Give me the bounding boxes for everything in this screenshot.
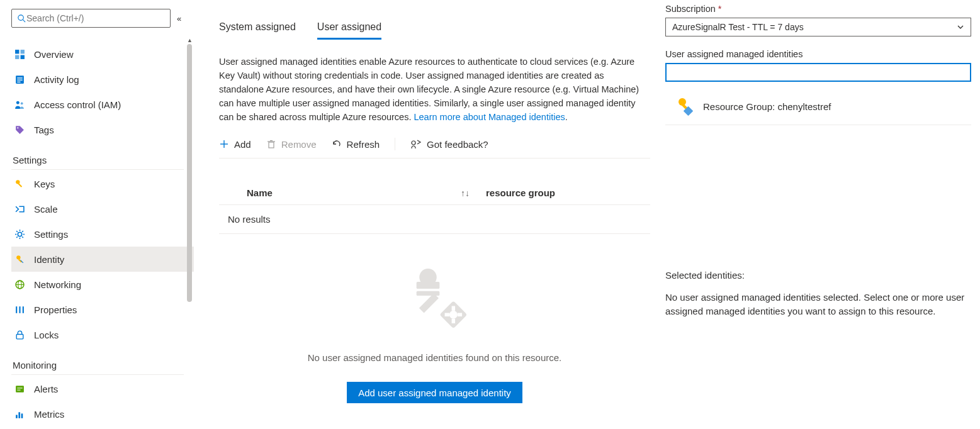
divider [11, 169, 184, 170]
uami-field-label: User assigned managed identities [665, 49, 971, 59]
sidebar-item-access-control[interactable]: Access control (IAM) [11, 92, 194, 117]
identity-icon [14, 254, 25, 265]
sidebar-item-label: Settings [34, 229, 68, 240]
sidebar-section-monitoring: Monitoring [13, 360, 194, 370]
tab-system-assigned[interactable]: System assigned [219, 21, 296, 40]
overview-icon [14, 49, 25, 60]
sidebar-search-input[interactable] [26, 13, 165, 23]
svg-rect-46 [416, 282, 439, 289]
svg-rect-7 [17, 77, 23, 78]
sidebar-item-label: Keys [34, 179, 55, 189]
required-indicator: * [718, 4, 722, 14]
remove-button: Remove [266, 139, 317, 150]
svg-point-24 [16, 255, 20, 259]
add-uami-primary-button[interactable]: Add user assigned managed identity [347, 382, 522, 403]
sidebar-item-identity[interactable]: Identity [11, 247, 194, 272]
sidebar-item-settings[interactable]: Settings [11, 221, 194, 247]
svg-rect-53 [444, 313, 449, 317]
feedback-icon [410, 139, 422, 149]
main-content: System assigned User assigned User assig… [194, 0, 650, 429]
svg-rect-3 [20, 50, 24, 53]
svg-rect-31 [22, 306, 23, 313]
table-header: Name ↑↓ resource group [219, 187, 650, 205]
uami-result-item[interactable]: Resource Group: chenyltestref [665, 86, 971, 125]
svg-rect-48 [419, 293, 438, 313]
alerts-icon [14, 384, 25, 394]
metrics-icon [14, 409, 25, 420]
svg-rect-36 [16, 415, 18, 418]
sidebar-section-settings: Settings [13, 155, 194, 165]
feedback-button-label: Got feedback? [427, 139, 488, 150]
refresh-button[interactable]: Refresh [332, 139, 380, 150]
svg-point-50 [449, 311, 457, 319]
sidebar-item-keys[interactable]: Keys [11, 171, 194, 196]
svg-rect-38 [21, 413, 23, 418]
svg-rect-34 [17, 387, 23, 388]
column-header-name[interactable]: Name [247, 187, 461, 198]
sidebar-item-label: Scale [34, 204, 58, 214]
svg-rect-37 [18, 412, 20, 418]
sidebar-item-tags[interactable]: Tags [11, 117, 194, 142]
svg-rect-30 [19, 306, 20, 313]
svg-point-44 [412, 141, 415, 145]
sidebar-item-label: Properties [34, 304, 77, 315]
refresh-button-label: Refresh [347, 139, 380, 150]
add-button-label: Add [234, 139, 251, 150]
sidebar-item-activity-log[interactable]: Activity log [11, 67, 194, 92]
scroll-up-arrow-icon[interactable]: ▲ [187, 37, 192, 43]
svg-line-21 [22, 237, 23, 238]
sidebar-search[interactable] [11, 9, 171, 28]
sidebar-item-alerts[interactable]: Alerts [11, 376, 194, 401]
activity-log-icon [14, 74, 25, 85]
plus-icon [219, 139, 229, 149]
uami-description: User assigned managed identities enable … [219, 55, 650, 124]
sidebar-item-label: Identity [34, 254, 64, 265]
sidebar-item-label: Activity log [34, 74, 79, 85]
add-button[interactable]: Add [219, 139, 251, 150]
tab-user-assigned[interactable]: User assigned [317, 21, 381, 40]
sidebar-scrollbar[interactable]: ▲ [185, 38, 194, 415]
learn-more-link[interactable]: Learn more about Managed identities [414, 112, 565, 122]
svg-line-23 [22, 231, 23, 232]
svg-rect-9 [17, 81, 20, 82]
remove-button-label: Remove [281, 139, 317, 150]
subscription-label: Subscription * [665, 4, 971, 14]
svg-rect-5 [20, 55, 24, 58]
divider [395, 138, 395, 150]
properties-icon [14, 304, 25, 315]
sidebar-collapse-button[interactable]: « [177, 14, 189, 23]
sort-icon[interactable]: ↑↓ [461, 188, 486, 198]
sidebar-scrollbar-thumb[interactable] [187, 44, 192, 302]
divider [665, 125, 971, 125]
add-uami-panel: Subscription * AzureSignalR Test - TTL =… [650, 0, 980, 429]
svg-rect-8 [17, 79, 23, 80]
tags-icon [14, 125, 25, 135]
svg-rect-54 [457, 313, 461, 317]
svg-line-20 [16, 231, 18, 232]
sidebar-item-metrics[interactable]: Metrics [11, 401, 194, 426]
sidebar-item-locks[interactable]: Locks [11, 322, 194, 347]
feedback-button[interactable]: Got feedback? [410, 139, 488, 150]
column-header-resource-group[interactable]: resource group [486, 187, 555, 198]
empty-state: No user assigned managed identities foun… [219, 258, 650, 403]
gear-icon [14, 229, 25, 240]
scale-icon [14, 204, 25, 214]
svg-rect-35 [17, 389, 20, 390]
sidebar-item-scale[interactable]: Scale [11, 196, 194, 221]
keys-icon [14, 179, 25, 189]
chevron-down-icon [957, 23, 964, 31]
selected-identities-message: No user assigned managed identities sele… [665, 291, 971, 318]
lock-icon [14, 330, 25, 340]
empty-state-message: No user assigned managed identities foun… [308, 352, 562, 363]
table-no-results-row: No results [219, 205, 650, 234]
svg-rect-4 [15, 55, 19, 58]
subscription-select[interactable]: AzureSignalR Test - TTL = 7 days [665, 18, 971, 36]
search-icon [17, 14, 26, 23]
access-control-icon [14, 99, 25, 110]
sidebar-item-networking[interactable]: Networking [11, 272, 194, 297]
sidebar-item-overview[interactable]: Overview [11, 42, 194, 67]
sidebar-item-properties[interactable]: Properties [11, 297, 194, 322]
svg-point-0 [18, 14, 23, 20]
svg-rect-33 [16, 386, 24, 393]
uami-search-input[interactable] [665, 63, 971, 82]
